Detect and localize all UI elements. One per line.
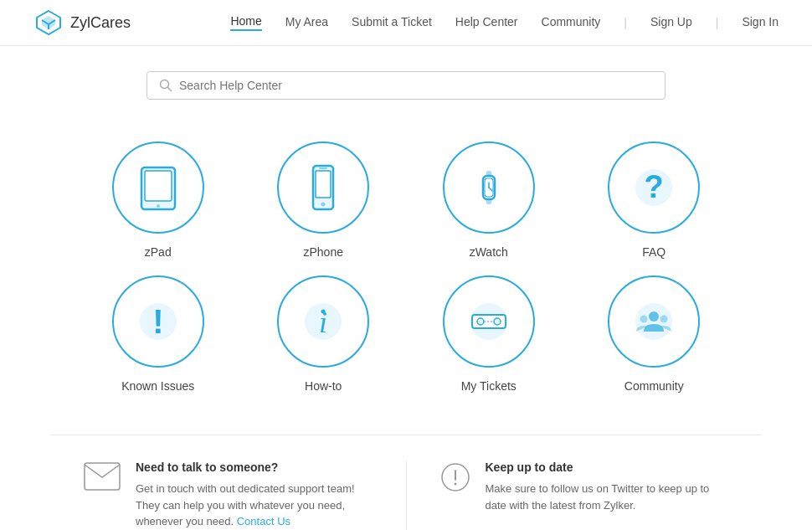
svg-rect-9 (316, 171, 331, 198)
svg-point-28 (494, 318, 501, 325)
zwatch-label: zWatch (470, 245, 508, 259)
svg-text:?: ? (645, 169, 664, 204)
footer-info: Need to talk to someone? Get in touch wi… (50, 435, 762, 530)
categories-grid: zPad zPhone zWatch (0, 108, 812, 418)
svg-text:!: ! (152, 303, 163, 340)
search-container (146, 71, 666, 100)
faq-label: FAQ (642, 245, 666, 259)
zwatch-circle (443, 142, 535, 234)
category-how-to[interactable]: i How-to (249, 275, 398, 393)
faq-circle: ? (608, 142, 700, 234)
logo-icon (33, 8, 64, 38)
logo-area: ZylCares (33, 8, 131, 38)
footer-support-text: Get in touch with out dedicated support … (136, 481, 373, 530)
logo-text: ZylCares (70, 14, 131, 32)
nav-signin[interactable]: Sign In (742, 15, 779, 30)
nav-submit-ticket[interactable]: Submit a Ticket (352, 15, 432, 30)
category-my-tickets[interactable]: My Tickets (414, 275, 563, 393)
nav-divider: | (624, 16, 627, 29)
nav-community[interactable]: Community (542, 15, 601, 30)
footer-support-content: Need to talk to someone? Get in touch wi… (136, 461, 373, 530)
category-faq[interactable]: ? FAQ (580, 142, 729, 259)
alert-icon (440, 462, 470, 495)
nav-signup[interactable]: Sign Up (650, 15, 692, 30)
my-tickets-label: My Tickets (461, 379, 516, 393)
svg-rect-34 (85, 463, 120, 490)
nav-home[interactable]: Home (230, 14, 261, 31)
nav-my-area[interactable]: My Area (285, 15, 328, 30)
zpad-label: zPad (145, 245, 172, 259)
svg-point-32 (640, 316, 648, 323)
category-zphone[interactable]: zPhone (249, 142, 398, 259)
svg-rect-15 (486, 198, 491, 204)
nav-divider2: | (716, 16, 719, 29)
footer-updates-title: Keep up to date (486, 461, 729, 474)
category-zpad[interactable]: zPad (84, 142, 233, 259)
footer-updates-content: Keep up to date Make sure to follow us o… (486, 461, 729, 513)
community-label: Community (624, 379, 684, 393)
svg-rect-6 (145, 171, 172, 201)
svg-point-33 (660, 316, 668, 323)
svg-rect-14 (486, 171, 491, 177)
footer-support-title: Need to talk to someone? (136, 461, 373, 474)
known-issues-label: Known Issues (121, 379, 194, 393)
how-to-label: How-to (305, 379, 342, 393)
svg-line-4 (168, 88, 172, 91)
search-input[interactable] (179, 79, 653, 92)
main-nav: Home My Area Submit a Ticket Help Center… (230, 14, 779, 31)
zphone-label: zPhone (304, 245, 343, 259)
community-circle (608, 275, 700, 368)
contact-us-link[interactable]: Contact Us (237, 515, 290, 527)
svg-point-7 (157, 204, 160, 208)
search-section (0, 46, 812, 108)
svg-point-27 (477, 318, 484, 325)
zpad-circle (112, 142, 204, 234)
zphone-circle (277, 142, 369, 234)
how-to-circle: i (277, 275, 369, 368)
known-issues-circle: ! (112, 275, 204, 368)
svg-point-31 (649, 311, 659, 322)
email-icon (84, 462, 121, 493)
category-known-issues[interactable]: ! Known Issues (84, 275, 233, 393)
svg-rect-11 (319, 167, 327, 169)
footer-updates-text: Make sure to follow us on Twitter to kee… (486, 481, 729, 513)
footer-col-updates: Keep up to date Make sure to follow us o… (407, 461, 763, 530)
header: ZylCares Home My Area Submit a Ticket He… (0, 0, 812, 46)
svg-point-10 (321, 203, 326, 207)
nav-help-center[interactable]: Help Center (455, 15, 518, 30)
svg-point-24 (321, 310, 326, 314)
svg-point-37 (454, 483, 456, 486)
my-tickets-circle (443, 275, 535, 368)
category-zwatch[interactable]: zWatch (414, 142, 563, 259)
search-icon (159, 79, 172, 92)
category-community[interactable]: Community (580, 275, 729, 393)
footer-col-support: Need to talk to someone? Get in touch wi… (50, 461, 407, 530)
